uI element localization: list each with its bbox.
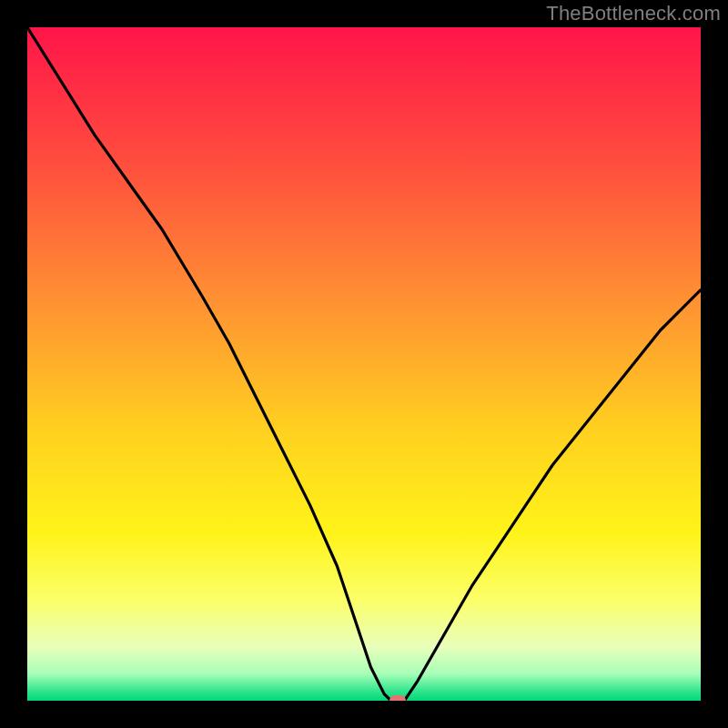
- plot-area: [27, 27, 701, 701]
- chart-container: TheBottleneck.com: [0, 0, 728, 728]
- bottleneck-chart: [27, 27, 701, 701]
- watermark-text: TheBottleneck.com: [546, 2, 721, 25]
- gradient-background: [27, 27, 701, 701]
